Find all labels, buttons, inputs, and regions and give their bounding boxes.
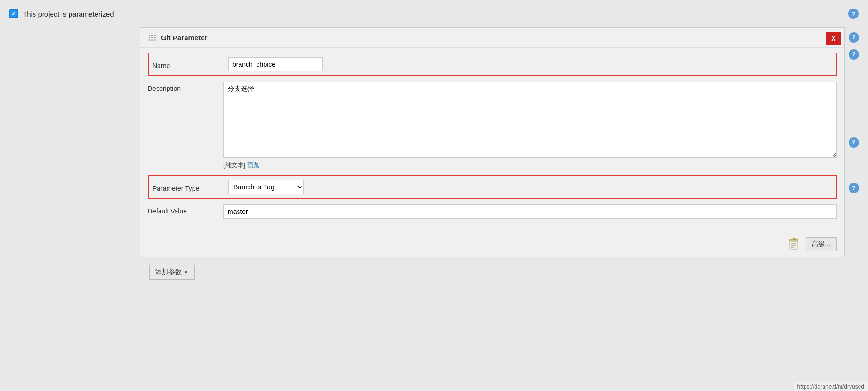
description-textarea[interactable] [223,82,837,158]
parameter-type-label: Parameter Type [152,182,228,192]
text-links: [纯文本] 预览 [148,161,837,169]
parameter-type-select[interactable]: Branch or Tag Branch Tag Revision Pull R… [228,180,304,194]
help-icon-default-value[interactable]: ? [849,183,859,193]
bottom-actions: 高级... [140,232,844,257]
content-row: Git Parameter X Name [0,27,868,287]
top-help-icon[interactable]: ? [848,9,859,19]
top-bar: This project is parameterized ? [0,0,868,27]
parameter-type-wrapper: Branch or Tag Branch Tag Revision Pull R… [228,180,832,194]
default-value-wrapper [223,204,837,219]
side-helps: ? ? ? ? [845,27,863,287]
status-url: https://dcrane.tl/m/dryused [797,383,864,390]
help-icon-name[interactable]: ? [849,32,859,43]
name-input[interactable] [228,57,323,71]
status-bar: https://dcrane.tl/m/dryused [794,382,868,391]
help-icon-parameter-type[interactable]: ? [849,137,859,148]
parameterized-label: This project is parameterized [23,10,114,18]
description-label: Description [148,82,223,92]
default-value-row: Default Value [148,204,837,219]
parameter-type-row-highlighted: Parameter Type Branch or Tag Branch Tag … [148,175,837,199]
name-input-wrapper [228,57,832,71]
svg-rect-5 [793,238,796,240]
git-parameter-panel: Git Parameter X Name [140,27,845,287]
plain-text-label: [纯文本] [223,161,245,169]
drag-handle[interactable] [148,34,157,42]
default-value-input[interactable] [223,204,837,219]
preview-link[interactable]: 预览 [247,161,259,169]
add-param-button[interactable]: 添加参数 ▼ [149,265,195,280]
panel-header: Git Parameter X [140,28,844,48]
add-param-label: 添加参数 [155,268,182,276]
default-value-label: Default Value [148,204,223,215]
notepad-icon-button[interactable] [787,237,802,252]
advanced-button[interactable]: 高级... [806,237,837,251]
parameterized-checkbox[interactable] [9,9,18,18]
help-icon-description[interactable]: ? [849,49,859,60]
panel-title: Git Parameter [161,34,207,42]
description-row: Description [148,82,837,159]
name-label: Name [152,59,228,70]
panel-body: Name Description [140,48,844,232]
close-button[interactable]: X [826,32,841,45]
notepad-icon [788,238,800,250]
dropdown-arrow: ▼ [184,270,188,275]
name-row-highlighted: Name [148,53,837,76]
add-param-section: 添加参数 ▼ [140,257,845,287]
description-wrapper [223,82,837,159]
